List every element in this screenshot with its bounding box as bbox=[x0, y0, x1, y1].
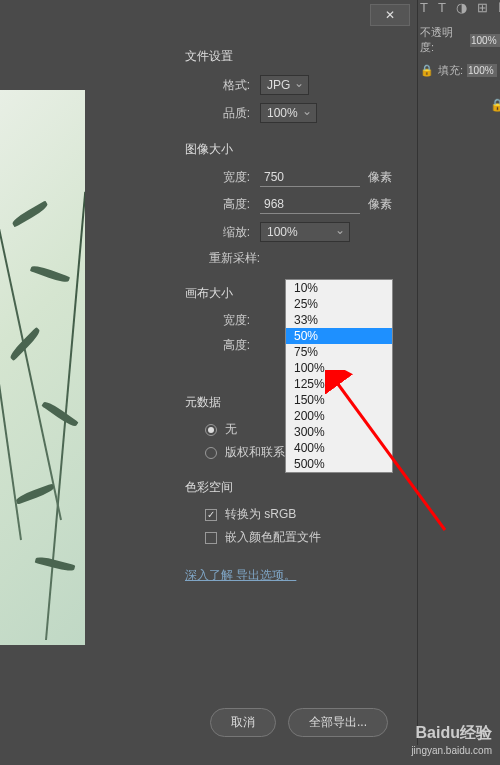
width-label: 宽度: bbox=[195, 169, 250, 186]
lock-icon: 🔒 bbox=[420, 64, 434, 77]
dropdown-item[interactable]: 75% bbox=[286, 344, 392, 360]
srgb-checkbox[interactable]: ✓ 转换为 sRGB bbox=[205, 506, 415, 523]
canvas-width-label: 宽度: bbox=[195, 312, 250, 329]
dropdown-item[interactable]: 10% bbox=[286, 280, 392, 296]
fill-input[interactable] bbox=[467, 64, 497, 77]
close-icon: ✕ bbox=[385, 8, 395, 22]
dropdown-item[interactable]: 25% bbox=[286, 296, 392, 312]
lock-corner-icon: 🔒 bbox=[490, 98, 500, 112]
dropdown-item[interactable]: 500% bbox=[286, 456, 392, 472]
dialog-buttons: 取消 全部导出... bbox=[210, 708, 388, 737]
metadata-none-label: 无 bbox=[225, 421, 237, 438]
dropdown-item[interactable]: 400% bbox=[286, 440, 392, 456]
cancel-button[interactable]: 取消 bbox=[210, 708, 276, 737]
format-select[interactable]: JPG bbox=[260, 75, 309, 95]
dropdown-item-selected[interactable]: 50% bbox=[286, 328, 392, 344]
height-label: 高度: bbox=[195, 196, 250, 213]
layers-panel: 不透明度: 🔒 填充: bbox=[420, 25, 500, 86]
image-preview bbox=[0, 90, 85, 645]
dropdown-item[interactable]: 300% bbox=[286, 424, 392, 440]
scale-select[interactable]: 100% bbox=[260, 222, 350, 242]
tool-icon[interactable]: T bbox=[420, 0, 428, 20]
export-all-button[interactable]: 全部导出... bbox=[288, 708, 388, 737]
canvas-height-label: 高度: bbox=[195, 337, 250, 354]
close-button[interactable]: ✕ bbox=[370, 4, 410, 26]
radio-checked-icon bbox=[205, 424, 217, 436]
fill-label: 填充: bbox=[438, 63, 463, 78]
scale-dropdown[interactable]: 10% 25% 33% 50% 75% 100% 125% 150% 200% … bbox=[285, 279, 393, 473]
quality-label: 品质: bbox=[195, 105, 250, 122]
colorspace-title: 色彩空间 bbox=[185, 479, 415, 496]
radio-icon bbox=[205, 447, 217, 459]
width-input[interactable] bbox=[260, 168, 360, 187]
tool-icon[interactable]: T bbox=[438, 0, 446, 20]
watermark-brand: Baidu经验 bbox=[411, 723, 492, 744]
checkbox-icon bbox=[205, 532, 217, 544]
file-settings-title: 文件设置 bbox=[185, 48, 415, 65]
dropdown-item[interactable]: 200% bbox=[286, 408, 392, 424]
embed-label: 嵌入颜色配置文件 bbox=[225, 529, 321, 546]
dropdown-item[interactable]: 33% bbox=[286, 312, 392, 328]
embed-checkbox[interactable]: 嵌入颜色配置文件 bbox=[205, 529, 415, 546]
height-unit: 像素 bbox=[368, 196, 392, 213]
top-toolbar: T T ◑ ⊞ ☐ bbox=[420, 0, 500, 20]
opacity-label: 不透明度: bbox=[420, 25, 466, 55]
scale-label: 缩放: bbox=[195, 224, 250, 241]
image-size-title: 图像大小 bbox=[185, 141, 415, 158]
format-label: 格式: bbox=[195, 77, 250, 94]
tool-icon[interactable]: ◑ bbox=[456, 0, 467, 20]
dropdown-item[interactable]: 100% bbox=[286, 360, 392, 376]
height-input[interactable] bbox=[260, 195, 360, 214]
checkbox-checked-icon: ✓ bbox=[205, 509, 217, 521]
learn-more-link[interactable]: 深入了解 导出选项。 bbox=[185, 567, 296, 584]
dropdown-item[interactable]: 150% bbox=[286, 392, 392, 408]
opacity-input[interactable] bbox=[470, 34, 500, 47]
resample-label: 重新采样: bbox=[195, 250, 260, 267]
dropdown-item[interactable]: 125% bbox=[286, 376, 392, 392]
watermark-url: jingyan.baidu.com bbox=[411, 744, 492, 757]
watermark: Baidu经验 jingyan.baidu.com bbox=[411, 723, 492, 757]
width-unit: 像素 bbox=[368, 169, 392, 186]
tool-icon[interactable]: ⊞ bbox=[477, 0, 488, 20]
quality-select[interactable]: 100% bbox=[260, 103, 317, 123]
srgb-label: 转换为 sRGB bbox=[225, 506, 296, 523]
